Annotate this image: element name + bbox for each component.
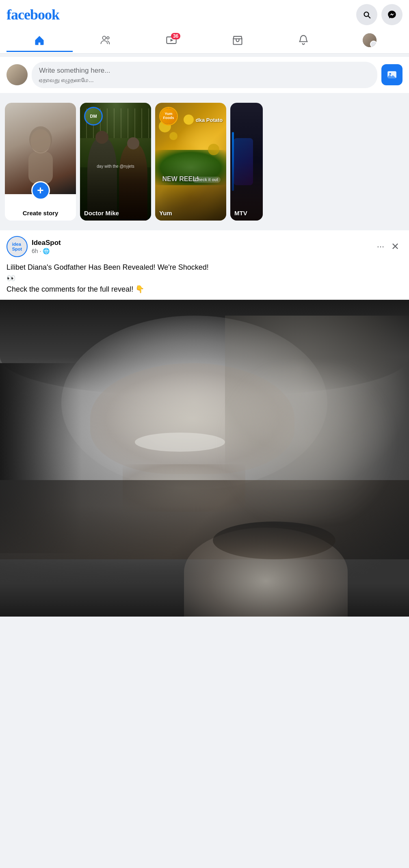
post-close-button[interactable]: ✕ [388, 239, 403, 254]
post-image[interactable] [0, 300, 409, 617]
facebook-logo: facebook [6, 6, 59, 23]
story-yum[interactable]: dka Potato NEW REEL! Check it out YumFoo… [155, 103, 226, 221]
stories-row: + Create story [0, 103, 409, 221]
messenger-button[interactable] [381, 4, 403, 25]
watch-badge: 36 [171, 33, 180, 39]
post-emoji-eyes: 👀 [6, 274, 15, 282]
marketplace-icon [232, 35, 243, 46]
close-icon: ✕ [391, 241, 399, 252]
feed-divider [0, 225, 409, 230]
photo-inner [0, 300, 409, 617]
story-mtv[interactable]: MTV [230, 103, 263, 221]
create-story-top: + [5, 103, 76, 194]
composer-placeholder-line1: Write something here... [39, 66, 370, 76]
more-dots-icon: ··· [377, 241, 384, 252]
vodka-potato-text: dka Potato [196, 117, 223, 123]
composer-avatar [6, 64, 28, 85]
profile-avatar [363, 33, 377, 47]
create-story-label: Create story [9, 210, 72, 216]
friends-icon [100, 35, 111, 46]
nav-bar: 36 [6, 28, 403, 53]
svg-point-5 [390, 73, 391, 75]
stories-divider [0, 93, 409, 98]
search-icon [362, 10, 371, 19]
post-dot: · [40, 248, 41, 254]
composer-input[interactable]: Write something here... ஏதாவது எழுதலாமே.… [32, 62, 377, 88]
bw-photo-content [0, 300, 409, 617]
post-composer: Write something here... ஏதாவது எழுதலாமே.… [0, 57, 409, 93]
nav-watch[interactable]: 36 [138, 31, 205, 52]
doctor-mike-avatar: DM [84, 107, 103, 126]
bell-icon [298, 35, 309, 46]
nav-profile[interactable] [337, 30, 403, 53]
yum-avatar: YumFoods [159, 107, 178, 126]
svg-rect-7 [28, 152, 53, 184]
nav-home[interactable] [6, 31, 73, 52]
header-top: facebook [6, 4, 403, 28]
messenger-icon [387, 10, 396, 19]
post-time-row: 6h · 🌐 [32, 248, 373, 254]
post-ideaspot: ideaSpot IdeaSpot 6h · 🌐 ··· ✕ Lilibet D… [0, 230, 409, 617]
doctor-mike-label: Doctor Mike [84, 210, 119, 216]
nav-marketplace[interactable] [205, 31, 271, 52]
photo-icon [387, 69, 397, 80]
composer-photo-button[interactable] [381, 64, 403, 85]
create-story-card[interactable]: + Create story [5, 103, 76, 221]
svg-point-0 [102, 36, 106, 39]
post-privacy-icon: 🌐 [43, 248, 50, 254]
svg-point-1 [107, 37, 109, 39]
post-more-button[interactable]: ··· [373, 239, 388, 254]
create-story-plus-button[interactable]: + [31, 181, 50, 200]
svg-point-8 [29, 126, 52, 152]
post-time: 6h [32, 248, 38, 254]
story-doctor-mike[interactable]: day with the @nyjets DM Doctor Mike [80, 103, 151, 221]
post-body: Lilibet Diana's Godfather Has Been Revea… [0, 260, 409, 300]
header-icons [356, 4, 403, 25]
header: facebook [0, 0, 409, 54]
post-author-avatar: ideaSpot [6, 236, 28, 257]
bokeh-right [205, 363, 409, 522]
post-header: ideaSpot IdeaSpot 6h · 🌐 ··· ✕ [0, 230, 409, 260]
mtv-label: MTV [234, 210, 247, 216]
post-author-name: IdeaSpot [32, 239, 373, 247]
yum-label: Yum [159, 210, 172, 216]
composer-placeholder-line2: ஏதாவது எழுதலாமே... [39, 76, 370, 84]
post-text-line3: Check the comments for the full reveal! … [6, 285, 144, 293]
nav-notifications[interactable] [271, 31, 337, 52]
search-button[interactable] [356, 4, 377, 25]
post-meta: IdeaSpot 6h · 🌐 [32, 239, 373, 254]
stories-section: + Create story [0, 98, 409, 225]
post-text: Lilibet Diana's Godfather Has Been Revea… [6, 262, 403, 295]
post-text-line1: Lilibet Diana's Godfather Has Been Revea… [6, 263, 209, 271]
home-icon [34, 35, 45, 46]
nav-friends[interactable] [73, 31, 139, 52]
child-hair [213, 522, 335, 560]
